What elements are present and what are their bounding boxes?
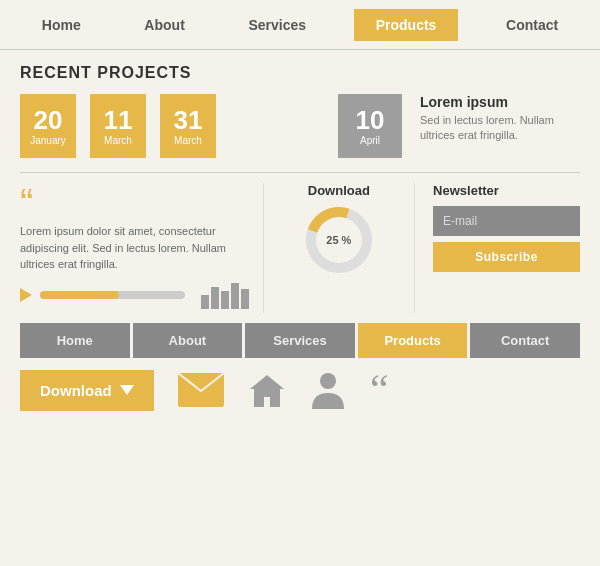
date-tile-jan: 20 January bbox=[20, 94, 76, 158]
date-month-apr: April bbox=[360, 135, 380, 146]
date-month-jan: January bbox=[30, 135, 66, 146]
download-button[interactable]: Download bbox=[20, 370, 154, 411]
chevron-down-icon bbox=[120, 385, 134, 395]
bar-3 bbox=[221, 291, 229, 309]
quote-block: “ Lorem ipsum dolor sit amet, consectetu… bbox=[20, 183, 253, 313]
nav-home[interactable]: Home bbox=[26, 11, 97, 39]
nav-contact[interactable]: Contact bbox=[490, 11, 574, 39]
info-desc: Sed in lectus lorem. Nullam ultrices era… bbox=[420, 113, 580, 144]
info-text: Lorem ipsum Sed in lectus lorem. Nullam … bbox=[420, 94, 580, 144]
quote-text: Lorem ipsum dolor sit amet, consectetur … bbox=[20, 223, 249, 273]
progress-bar-fill bbox=[40, 291, 119, 299]
svg-text:“: “ bbox=[370, 373, 389, 407]
progress-row bbox=[20, 281, 249, 309]
date-num-mar1: 11 bbox=[104, 107, 133, 133]
svg-marker-3 bbox=[250, 375, 284, 407]
nav-products[interactable]: Products bbox=[354, 9, 459, 41]
bottom-nav-home[interactable]: Home bbox=[20, 323, 130, 358]
svg-point-4 bbox=[320, 373, 336, 389]
bottom-nav-products[interactable]: Products bbox=[358, 323, 468, 358]
top-navigation: Home About Services Products Contact bbox=[0, 0, 600, 50]
download-block: Download 25 % bbox=[263, 183, 416, 313]
date-month-mar1: March bbox=[104, 135, 132, 146]
date-num-mar2: 31 bbox=[174, 107, 203, 133]
bar-chart bbox=[201, 281, 249, 309]
divider-1 bbox=[20, 172, 580, 173]
bar-1 bbox=[201, 295, 209, 309]
newsletter-block: Newsletter Subscribe bbox=[425, 183, 580, 313]
nav-about[interactable]: About bbox=[128, 11, 200, 39]
info-heading: Lorem ipsum bbox=[420, 94, 580, 110]
bar-2 bbox=[211, 287, 219, 309]
newsletter-title: Newsletter bbox=[433, 183, 580, 198]
subscribe-button[interactable]: Subscribe bbox=[433, 242, 580, 272]
quote-mark-icon: “ bbox=[20, 187, 249, 219]
download-title: Download bbox=[308, 183, 370, 198]
bar-4 bbox=[231, 283, 239, 309]
home-icon[interactable] bbox=[248, 371, 286, 409]
date-tile-apr: 10 April bbox=[338, 94, 402, 158]
top-section: 20 January 11 March 31 March 10 April Lo… bbox=[20, 94, 580, 158]
bottom-nav-about[interactable]: About bbox=[133, 323, 243, 358]
download-button-label: Download bbox=[40, 382, 112, 399]
date-num-apr: 10 bbox=[356, 107, 385, 133]
donut-label: 25 % bbox=[326, 234, 351, 246]
play-icon[interactable] bbox=[20, 288, 32, 302]
icon-row: Download “ bbox=[0, 370, 600, 411]
bottom-nav-services[interactable]: Services bbox=[245, 323, 355, 358]
middle-section: “ Lorem ipsum dolor sit amet, consectetu… bbox=[20, 183, 580, 313]
section-title: RECENT PROJECTS bbox=[20, 64, 580, 82]
date-tile-mar1: 11 March bbox=[90, 94, 146, 158]
progress-bar-bg[interactable] bbox=[40, 291, 185, 299]
bottom-nav-contact[interactable]: Contact bbox=[470, 323, 580, 358]
dates-section: 20 January 11 March 31 March bbox=[20, 94, 224, 158]
bottom-navigation: Home About Services Products Contact bbox=[0, 323, 600, 358]
quote-icon[interactable]: “ bbox=[370, 373, 410, 407]
person-icon[interactable] bbox=[310, 371, 346, 409]
bar-5 bbox=[241, 289, 249, 309]
nav-services[interactable]: Services bbox=[232, 11, 322, 39]
top-right-info: 10 April Lorem ipsum Sed in lectus lorem… bbox=[338, 94, 580, 158]
email-input[interactable] bbox=[433, 206, 580, 236]
main-content: RECENT PROJECTS 20 January 11 March 31 M… bbox=[0, 50, 600, 313]
date-month-mar2: March bbox=[174, 135, 202, 146]
date-num-jan: 20 bbox=[34, 107, 63, 133]
donut-chart: 25 % bbox=[303, 204, 375, 276]
envelope-icon[interactable] bbox=[178, 373, 224, 407]
date-tile-mar2: 31 March bbox=[160, 94, 216, 158]
